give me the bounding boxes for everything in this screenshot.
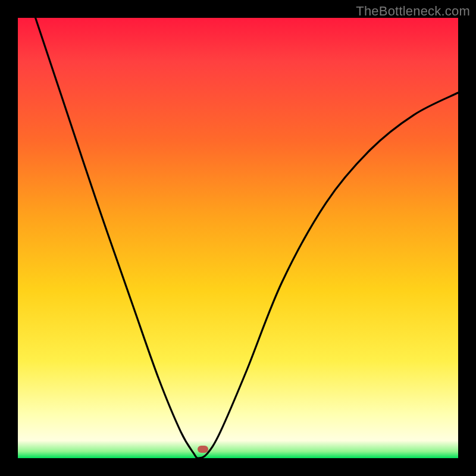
watermark-text: TheBottleneck.com — [356, 4, 470, 19]
bottleneck-curve — [18, 18, 458, 458]
bottleneck-marker — [198, 446, 208, 453]
chart-frame: TheBottleneck.com — [0, 0, 476, 476]
